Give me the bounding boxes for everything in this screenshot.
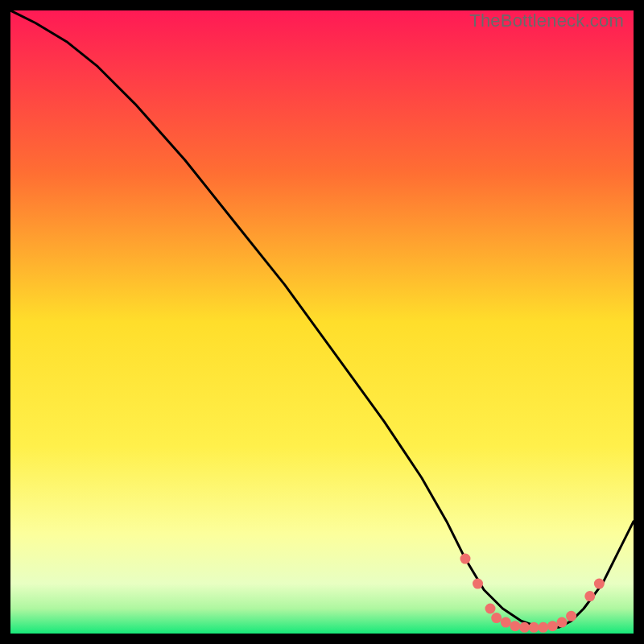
- highlight-dot: [584, 591, 595, 601]
- highlight-dot: [473, 579, 483, 589]
- gradient-rect: [10, 10, 634, 634]
- highlight-dot: [538, 622, 548, 633]
- highlight-dot: [547, 621, 558, 631]
- watermark-text: TheBottleneck.com: [469, 10, 624, 31]
- highlight-dot: [491, 613, 502, 623]
- highlight-dot: [485, 604, 496, 614]
- chart-background: [10, 10, 634, 634]
- highlight-dot: [557, 617, 568, 628]
- highlight-dot: [529, 622, 539, 633]
- highlight-dot: [460, 554, 471, 564]
- highlight-dot: [594, 579, 605, 589]
- chart-frame: TheBottleneck.com: [10, 10, 634, 634]
- highlight-dot: [566, 611, 576, 621]
- highlight-dot: [519, 622, 530, 633]
- highlight-dot: [510, 621, 520, 631]
- highlight-dot: [501, 617, 511, 628]
